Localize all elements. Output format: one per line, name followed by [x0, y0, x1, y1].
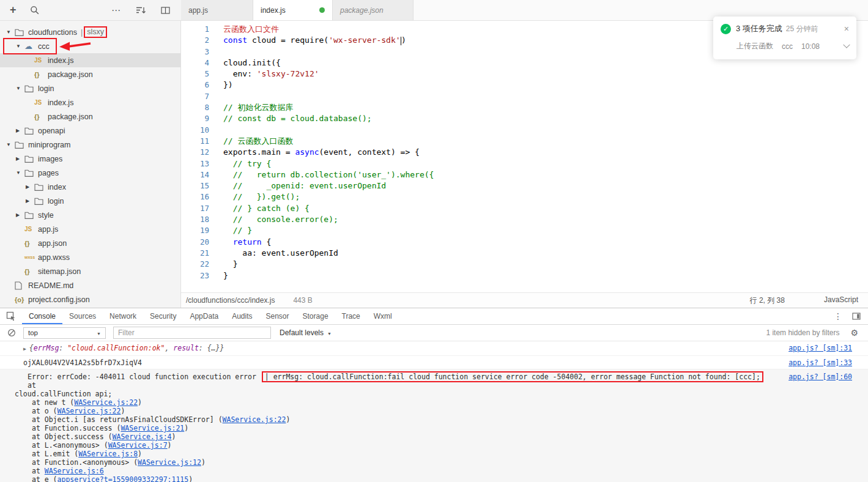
devtools-tab-trace[interactable]: Trace: [335, 308, 367, 324]
tree-item-app.json[interactable]: {}app.json: [0, 236, 180, 250]
chevron-down-icon[interactable]: ▼: [6, 29, 15, 35]
clear-console-icon[interactable]: [7, 328, 16, 337]
chevron-down-icon[interactable]: ▼: [16, 43, 24, 49]
tree-item-package.json[interactable]: {}package.json: [0, 109, 180, 124]
devtools-tab-network[interactable]: Network: [103, 308, 143, 324]
close-icon[interactable]: ×: [844, 25, 849, 32]
log-levels-dropdown[interactable]: Default levels: [280, 328, 332, 337]
stack-link[interactable]: WAService.js:6: [45, 467, 104, 475]
tree-item-README.md[interactable]: README.md: [0, 278, 180, 292]
devtools-tab-wxml[interactable]: Wxml: [367, 308, 399, 324]
tree-item-sitemap.json[interactable]: {}sitemap.json: [0, 264, 180, 278]
code-line[interactable]: 20 return {: [181, 237, 868, 248]
code-line[interactable]: 8// 初始化云数据库: [181, 102, 868, 113]
tree-item-app.wxss[interactable]: wxssapp.wxss: [0, 250, 180, 264]
code-line[interactable]: 10: [181, 125, 868, 136]
stack-link[interactable]: appservice?t=1559009332297:1115: [57, 475, 189, 482]
dock-side-icon[interactable]: [852, 313, 861, 320]
console-message[interactable]: ▶{errMsg: "cloud.callFunction:ok", resul…: [23, 344, 776, 354]
expand-triangle-icon[interactable]: ▶: [23, 346, 26, 352]
tree-item-login[interactable]: ▼login: [0, 81, 180, 95]
editor-tab-package.json[interactable]: package.json: [333, 0, 414, 20]
code-line[interactable]: 5 env: 'slsxy-72v12': [181, 69, 868, 80]
tree-item-pages[interactable]: ▼pages: [0, 166, 180, 180]
code-line[interactable]: 16 // }).get();: [181, 191, 868, 202]
editor-tab-index.js[interactable]: index.js: [253, 0, 333, 20]
folder-icon: [24, 84, 37, 92]
chevron-right-icon[interactable]: ▶: [26, 184, 34, 190]
code-editor[interactable]: 1云函数入口文件2const cloud = require('wx-serve…: [181, 21, 868, 292]
editor-tab-app.js[interactable]: app.js: [181, 0, 253, 20]
settings-gear-icon[interactable]: ⚙: [850, 328, 858, 338]
code-text: [209, 91, 223, 102]
chevron-right-icon[interactable]: ▶: [16, 156, 24, 161]
error-message[interactable]: Error: errCode: -404011 cloud function e…: [0, 373, 776, 482]
split-editor-icon[interactable]: [161, 7, 170, 14]
stack-link[interactable]: WAService.js:12: [138, 458, 201, 467]
code-line[interactable]: 11// 云函数入口函数: [181, 136, 868, 147]
stack-link[interactable]: WAService.js:21: [121, 424, 184, 432]
tree-item-style[interactable]: ▶style: [0, 208, 180, 222]
tree-item-images[interactable]: ▶images: [0, 152, 180, 166]
tree-item-index[interactable]: ▶index: [0, 180, 180, 194]
stack-link[interactable]: WAService.js:7: [108, 441, 168, 450]
sort-icon[interactable]: [136, 6, 146, 14]
devtools-tab-sources[interactable]: Sources: [62, 308, 103, 324]
code-line[interactable]: 22 }: [181, 259, 868, 270]
tree-item-login[interactable]: ▶login: [0, 194, 180, 208]
more-options-icon[interactable]: ⋮: [834, 311, 842, 321]
chevron-right-icon[interactable]: ▶: [16, 128, 24, 133]
devtools-tab-audits[interactable]: Audits: [225, 308, 259, 324]
chevron-down-icon[interactable]: ▼: [6, 142, 15, 147]
more-icon[interactable]: ⋯: [111, 5, 121, 16]
context-selector[interactable]: top: [23, 327, 106, 339]
code-line[interactable]: 15 // _openid: event.userOpenId: [181, 180, 868, 191]
tree-item-cloudfunctions[interactable]: ▼cloudfunctions|slsxy: [0, 25, 180, 39]
tree-item-openapi[interactable]: ▶openapi: [0, 124, 180, 138]
tree-item-app.js[interactable]: JSapp.js: [0, 222, 180, 236]
code-line[interactable]: 7: [181, 91, 868, 102]
stack-link[interactable]: WAService.js:4: [113, 432, 172, 441]
chevron-right-icon[interactable]: ▶: [16, 212, 24, 218]
stack-link[interactable]: WAService.js:22: [223, 415, 286, 424]
code-line[interactable]: 19 // }: [181, 225, 868, 236]
tree-item-index.js[interactable]: JSindex.js: [0, 95, 180, 109]
code-line[interactable]: 12exports.main = async(event, context) =…: [181, 147, 868, 158]
source-link[interactable]: app.js? [sm]:60: [788, 373, 852, 381]
tree-item-project.config.json[interactable]: {o}project.config.json: [0, 292, 180, 306]
code-line[interactable]: 13 // try {: [181, 158, 868, 169]
tree-item-package.json[interactable]: {}package.json: [0, 67, 180, 81]
devtools-tab-security[interactable]: Security: [143, 308, 183, 324]
source-link[interactable]: app.js? [sm]:33: [788, 358, 852, 367]
console-message[interactable]: ojXAL0U4V2V41A2s5bfrD7xJiqV4: [23, 358, 776, 367]
code-text: }: [209, 259, 237, 270]
stack-link[interactable]: WAService.js:22: [57, 407, 121, 415]
expand-chevron-icon[interactable]: [843, 41, 850, 48]
code-line[interactable]: 9// const db = cloud.database();: [181, 113, 868, 124]
tree-item-miniprogram[interactable]: ▼miniprogram: [0, 138, 180, 152]
code-line[interactable]: 14 // return db.collection('user_').wher…: [181, 169, 868, 180]
code-line[interactable]: 23}: [181, 270, 868, 281]
tree-item-ccc[interactable]: ▼☁ccc: [0, 39, 180, 53]
chevron-right-icon[interactable]: ▶: [26, 198, 34, 204]
add-file-icon[interactable]: +: [10, 4, 17, 17]
devtools-tab-sensor[interactable]: Sensor: [259, 308, 296, 324]
code-line[interactable]: 21 aa: event.userOpenId: [181, 248, 868, 259]
cursor-position[interactable]: 行 2, 列 38: [750, 295, 785, 306]
language-mode[interactable]: JavaScript: [824, 295, 858, 306]
code-line[interactable]: 17 // } catch (e) {: [181, 203, 868, 214]
inspect-icon[interactable]: [6, 311, 16, 321]
chevron-down-icon[interactable]: ▼: [16, 86, 24, 91]
search-icon[interactable]: [30, 6, 39, 15]
stack-link[interactable]: WAService.js:22: [74, 398, 138, 407]
tree-item-index.js[interactable]: JSindex.js: [0, 53, 180, 67]
stack-link[interactable]: WAService.js:8: [78, 450, 138, 458]
filter-input[interactable]: [113, 327, 271, 339]
code-line[interactable]: 18 // console.error(e);: [181, 214, 868, 225]
code-line[interactable]: 6}): [181, 80, 868, 91]
devtools-tab-storage[interactable]: Storage: [296, 308, 335, 324]
devtools-tab-appdata[interactable]: AppData: [183, 308, 225, 324]
source-link[interactable]: app.js? [sm]:31: [788, 344, 852, 352]
chevron-down-icon[interactable]: ▼: [16, 170, 24, 176]
devtools-tab-console[interactable]: Console: [22, 308, 62, 324]
